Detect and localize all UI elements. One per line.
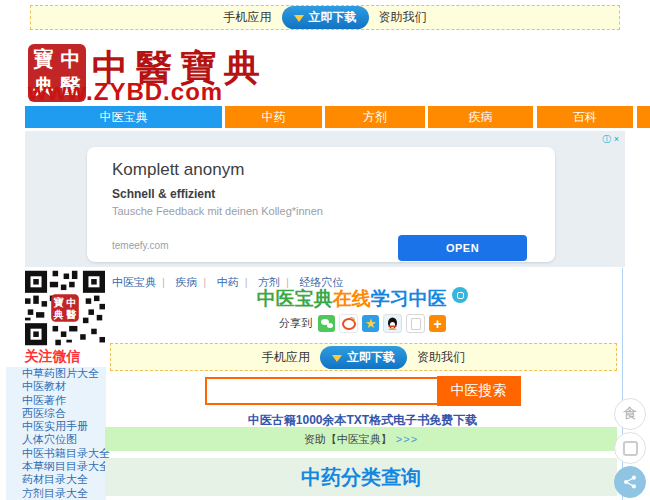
sidebar-item-tcm-works[interactable]: 中医著作 <box>6 394 106 407</box>
sidebar-item-formula-catalog[interactable]: 方剂目录大全 <box>6 487 106 500</box>
floating-qr-button[interactable] <box>614 432 646 464</box>
svg-text:典: 典 <box>53 309 64 320</box>
ad-body: Tausche Feedback mit deinen Kolleg*innen <box>112 205 323 217</box>
download-arrow-icon <box>294 15 304 22</box>
page-title: 中医宝典在线学习中医 <box>108 286 617 312</box>
search-input[interactable] <box>205 377 437 405</box>
sidebar-item-bencao-catalog[interactable]: 本草纲目目录大全 <box>6 460 106 473</box>
title-part-orange: 在线 <box>333 288 371 309</box>
ad-container: ⓘ × Komplett anonym Schnell & effizient … <box>25 131 625 267</box>
copy-icon[interactable] <box>406 314 425 333</box>
site-url: www.ZYBD.com <box>28 78 223 106</box>
svg-text:中: 中 <box>66 297 76 308</box>
sidebar-item-acupoint-map[interactable]: 人体穴位图 <box>6 433 106 446</box>
sidebar-item-book-catalog[interactable]: 中医书籍目录大全 <box>6 447 106 460</box>
donate-banner-text: 资助【中医宝典】 <box>304 432 392 447</box>
donate-link-2[interactable]: 资助我们 <box>417 349 465 366</box>
download-now-button[interactable]: 立即下载 <box>282 6 369 29</box>
ad-close-icon[interactable]: × <box>614 134 619 144</box>
svg-text:醫: 醫 <box>65 309 76 320</box>
svg-text:寶: 寶 <box>53 296 64 308</box>
mobile-app-link[interactable]: 手机应用 <box>224 9 272 26</box>
wechat-icon[interactable] <box>318 315 335 332</box>
title-part-green: 中医宝典 <box>257 288 333 309</box>
share-label: 分享到 <box>279 316 312 331</box>
ad-info-icon[interactable]: ⓘ <box>602 134 611 144</box>
ad-open-button[interactable]: OPEN <box>398 235 527 261</box>
share-row: 分享到 ★ + <box>108 314 617 333</box>
share-more-icon[interactable]: + <box>429 315 446 332</box>
ad-subtitle: Schnell & effizient <box>112 187 215 201</box>
weibo-icon[interactable] <box>339 314 358 333</box>
page: 手机应用 立即下载 资助我们 寶 中 典 醫 中醫寶典 www.ZYBD.com… <box>0 0 650 500</box>
mobile-app-link-2[interactable]: 手机应用 <box>262 349 310 366</box>
floating-food-button[interactable]: 食 <box>614 398 646 430</box>
sidebar-item-herb-catalog[interactable]: 药材目录大全 <box>6 473 106 486</box>
seal-char: 寶 <box>30 46 57 73</box>
qq-icon[interactable] <box>383 314 402 333</box>
seal-char: 中 <box>57 46 84 73</box>
ebooks-download-link[interactable]: 中医古籍1000余本TXT格式电子书免费下载 <box>248 413 477 427</box>
ad-card[interactable]: Komplett anonym Schnell & effizient Taus… <box>87 147 555 262</box>
search-button[interactable]: 中医搜索 <box>437 376 521 406</box>
section-header-herb-classification: 中药分类查询 <box>105 458 617 496</box>
donate-banner-arrows: >>> <box>396 433 418 445</box>
donate-banner[interactable]: 资助【中医宝典】 >>> <box>105 427 617 451</box>
search-bar: 中医搜索 <box>108 376 617 406</box>
content-divider <box>622 268 623 500</box>
sidebar-item-tcm-textbooks[interactable]: 中医教材 <box>6 380 106 393</box>
ad-choices: ⓘ × <box>602 133 619 146</box>
download-arrow-icon <box>332 355 342 362</box>
mobile-notice-bar: 手机应用 立即下载 资助我们 <box>110 343 617 371</box>
title-part-blue: 学习中医 <box>371 288 447 309</box>
section-title: 中药分类查询 <box>301 464 421 491</box>
tab-fangji[interactable]: 方剂 <box>325 106 425 128</box>
wechat-qr-code: 寶 中 典 醫 <box>25 270 105 346</box>
tab-zhongyao[interactable]: 中药 <box>225 106 322 128</box>
ad-domain: temeefy.com <box>112 240 169 251</box>
floating-share-button[interactable] <box>614 466 646 498</box>
sidebar-item-western-medicine[interactable]: 西医综合 <box>6 407 106 420</box>
tab-baike[interactable]: 百科 <box>537 106 633 128</box>
tab-jibing[interactable]: 疾病 <box>428 106 533 128</box>
download-now-button-2[interactable]: 立即下载 <box>320 346 407 369</box>
sidebar-item-herb-pictures[interactable]: 中草药图片大全 <box>6 367 106 380</box>
qzone-icon[interactable]: ★ <box>362 315 379 332</box>
donate-link[interactable]: 资助我们 <box>379 9 427 26</box>
app-badge-icon[interactable] <box>452 287 468 303</box>
tab-clipped[interactable] <box>637 106 650 128</box>
top-notice-bar: 手机应用 立即下载 资助我们 <box>30 5 620 30</box>
follow-wechat-label: 关注微信 <box>0 348 105 366</box>
sidebar-menu: 中草药图片大全 中医教材 中医著作 西医综合 中医实用手册 人体穴位图 中医书籍… <box>6 367 106 500</box>
share-icon <box>623 475 637 489</box>
sidebar-item-tcm-handbook[interactable]: 中医实用手册 <box>6 420 106 433</box>
ad-title: Komplett anonym <box>112 160 244 180</box>
tab-zhongyi-baodian[interactable]: 中医宝典 <box>25 106 222 128</box>
